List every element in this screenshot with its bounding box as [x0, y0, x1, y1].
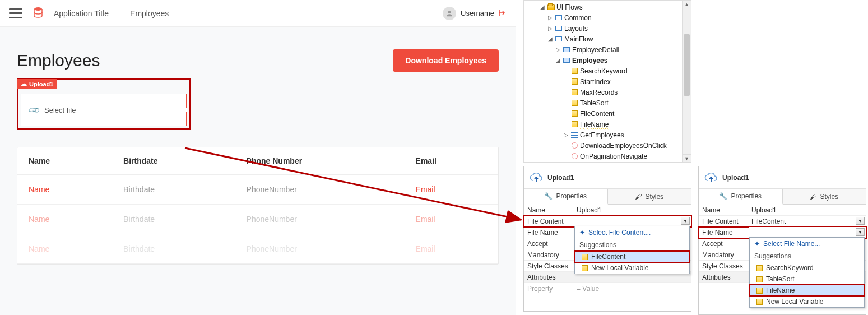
scroll-up-icon[interactable]: ▲: [683, 1, 691, 8]
panel-title: Upload1: [722, 174, 749, 182]
tree-item-employeedetail[interactable]: ▷EmployeeDetail: [524, 44, 691, 55]
tree-item-maxrecords[interactable]: MaxRecords: [524, 87, 691, 98]
tree-label: MaxRecords: [580, 89, 618, 96]
cell-email[interactable]: Email: [405, 175, 498, 205]
avatar[interactable]: [443, 7, 456, 20]
page-title: Employees: [17, 51, 100, 70]
dropdown-toggle-icon[interactable]: ▼: [681, 217, 690, 225]
cloud-upload-icon: ☁: [21, 80, 27, 87]
prop-row-property: Property= Value: [524, 283, 691, 294]
upload-file-input[interactable]: 📎 Select file: [21, 94, 187, 126]
tree-toggle-icon[interactable]: ◢: [540, 4, 545, 10]
dropdown-item-tablesort[interactable]: TableSort: [750, 274, 864, 285]
variable-icon: [756, 265, 763, 271]
scroll-down-icon[interactable]: ▼: [683, 154, 691, 162]
tree-toggle-icon[interactable]: ▷: [563, 132, 569, 138]
tree-scrollbar[interactable]: ▲ ▼: [682, 1, 691, 162]
file-content-input[interactable]: [577, 217, 689, 225]
panel-tabs: 🔧Properties 🖌Styles: [524, 189, 691, 205]
app-body: Employees Download Employees ☁ Upload1 📎…: [0, 27, 516, 315]
tab-properties-label: Properties: [731, 192, 762, 200]
cell-name[interactable]: Name: [17, 175, 112, 205]
tree-item-layouts[interactable]: ▷Layouts: [524, 23, 691, 34]
tree-item-filename[interactable]: FileName: [524, 119, 691, 129]
tree-label: EmployeeDetail: [572, 46, 619, 54]
tree-item-common[interactable]: ▷Common: [524, 12, 691, 23]
col-phone[interactable]: Phone Number: [235, 147, 405, 175]
cell-email[interactable]: Email: [405, 205, 498, 234]
wrench-icon: 🔧: [719, 192, 727, 200]
dropdown-toggle-icon[interactable]: ▼: [856, 217, 865, 225]
resize-handle[interactable]: [184, 108, 188, 112]
dropdown-section-label: Suggestions: [750, 250, 864, 262]
prop-key: File Content: [699, 216, 749, 226]
screen-blue-icon: [563, 58, 570, 63]
dropdown-item-searchkeyword[interactable]: SearchKeyword: [750, 262, 864, 274]
sq-icon: [570, 121, 578, 127]
dropdown-toggle-icon[interactable]: ▼: [856, 228, 865, 236]
tab-styles-label: Styles: [820, 193, 838, 201]
tree-toggle-icon[interactable]: ◢: [547, 36, 553, 42]
panel-header: Upload1: [524, 166, 691, 189]
tree-item-filecontent[interactable]: FileContent: [524, 108, 691, 119]
upload-widget-selection[interactable]: ☁ Upload1 📎 Select file: [17, 78, 191, 130]
col-email[interactable]: Email: [405, 147, 498, 175]
dropdown-item-filecontent[interactable]: FileContent: [575, 251, 689, 262]
cell-phone: PhoneNumber: [235, 175, 405, 205]
prop-row-file-content[interactable]: File Content▼: [524, 216, 691, 227]
scroll-thumb[interactable]: [684, 34, 690, 96]
tree-toggle-icon[interactable]: ▷: [555, 47, 561, 53]
col-name[interactable]: Name: [17, 147, 112, 175]
table-header-row: Name Birthdate Phone Number Email: [17, 147, 498, 175]
cell-birth: Birthdate: [112, 234, 235, 264]
prop-value-input[interactable]: ▼: [574, 216, 691, 226]
dropdown-select-action[interactable]: ✦Select File Name...: [750, 238, 864, 250]
prop-key: Mandatory: [524, 249, 574, 260]
tree-label: SearchKeyword: [580, 67, 628, 75]
prop-value[interactable]: FileContent▼: [749, 216, 866, 226]
prop-value[interactable]: Upload1: [574, 205, 691, 215]
dropdown-item-new-local[interactable]: New Local Variable: [575, 262, 689, 274]
tree-item-downloademployeesonclick[interactable]: DownloadEmployeesOnClick: [524, 140, 691, 151]
cell-email[interactable]: Email: [405, 234, 498, 264]
upload-placeholder: Select file: [44, 106, 76, 114]
tree-item-getemployees[interactable]: ▷GetEmployees: [524, 129, 691, 140]
dropdown-select-action[interactable]: ✦Select File Content...: [575, 226, 689, 239]
logout-icon[interactable]: [499, 9, 507, 18]
nav-employees[interactable]: Employees: [130, 9, 169, 18]
tab-styles[interactable]: 🖌Styles: [783, 189, 866, 204]
variable-icon: [756, 288, 763, 294]
download-employees-button[interactable]: Download Employees: [393, 49, 499, 72]
list-icon: [570, 132, 578, 138]
tree-item-tablesort[interactable]: TableSort: [524, 98, 691, 108]
tree-toggle-icon[interactable]: ▷: [547, 15, 553, 21]
sq-icon: [570, 68, 578, 74]
cell-name[interactable]: Name: [17, 234, 112, 264]
sq-icon: [570, 110, 578, 117]
tree-item-onpaginationnavigate[interactable]: OnPaginationNavigate: [524, 151, 691, 161]
tab-styles[interactable]: 🖌Styles: [608, 189, 691, 204]
prop-row-file-name[interactable]: File Name▼: [699, 227, 866, 238]
file-name-input[interactable]: [751, 229, 864, 237]
tree-toggle-icon[interactable]: ◢: [555, 57, 561, 63]
hamburger-icon[interactable]: [9, 8, 22, 18]
prop-value[interactable]: = Value: [574, 283, 691, 294]
tree-item-searchkeyword[interactable]: SearchKeyword: [524, 66, 691, 76]
cell-name[interactable]: Name: [17, 205, 112, 234]
tree-item-ui-flows[interactable]: ◢UI Flows: [524, 2, 691, 12]
col-birthdate[interactable]: Birthdate: [112, 147, 235, 175]
prop-value-input[interactable]: ▼: [749, 227, 866, 238]
tab-properties[interactable]: 🔧Properties: [524, 189, 608, 205]
dropdown-item-label: FileContent: [591, 253, 625, 261]
file-name-dropdown: ✦Select File Name... Suggestions SearchK…: [749, 237, 865, 308]
tree-item-startindex[interactable]: StartIndex: [524, 76, 691, 87]
prop-key: Style Classes: [524, 261, 574, 271]
dropdown-item-new-local[interactable]: New Local Variable: [750, 296, 864, 307]
prop-value[interactable]: Upload1: [749, 205, 866, 215]
tree-item-employees[interactable]: ◢Employees: [524, 55, 691, 66]
prop-key: Accept: [699, 238, 749, 249]
tree-item-mainflow[interactable]: ◢MainFlow: [524, 34, 691, 44]
tree-toggle-icon[interactable]: ▷: [547, 25, 553, 31]
tab-properties[interactable]: 🔧Properties: [699, 189, 783, 205]
dropdown-item-filename[interactable]: FileName: [750, 285, 864, 296]
